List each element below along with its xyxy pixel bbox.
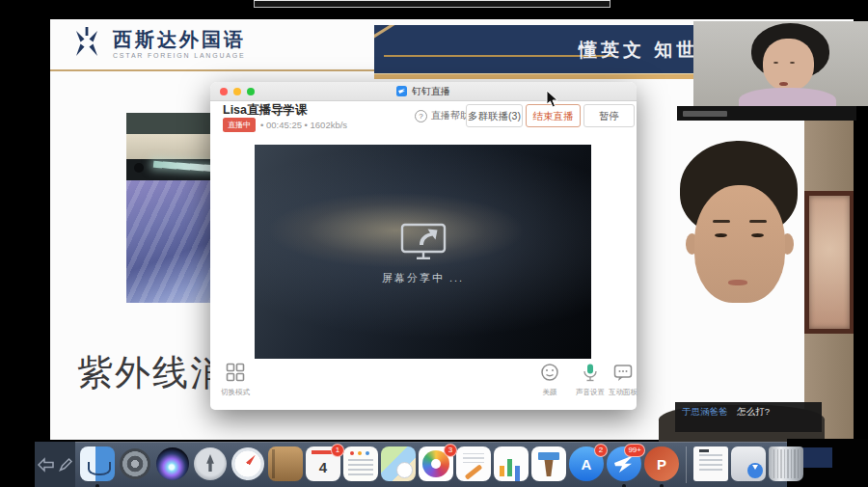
dock-icon-photos[interactable]: 3 [418,446,454,485]
live-badge: 直播中 [223,118,256,132]
chat-message: 怎么打? [737,406,770,417]
video-name-label [683,111,727,117]
notification-badge: 1 [331,444,344,457]
dock-icon-powerpoint[interactable]: P [643,446,680,485]
dock: 413A299+P [75,442,787,487]
beauty-label: 美颜 [532,388,567,397]
video-name-label-bar [677,106,856,121]
cstar-logo-icon [69,26,104,61]
dingtalk-live-window: 钉钉直播 Lisa直播导学课 直播中 • 00:45:25 • 1602kb/s… [210,82,637,410]
student-video [632,106,856,442]
teacher-sweater [739,88,836,106]
smiley-icon [540,363,559,382]
photo-ceiling [126,134,211,159]
dock-icon-dingtalk[interactable]: 99+ [606,446,642,485]
notification-badge: 99+ [624,444,645,457]
dock-icon-settings[interactable] [117,446,153,485]
dingtalk-app-icon [396,86,407,96]
dock-icon-downloads[interactable] [730,446,767,485]
picture-frame [804,191,854,334]
live-status-row: 直播中 • 00:45:25 • 1602kb/s [223,118,347,132]
dock-icon-siri[interactable] [154,446,191,485]
sound-settings-button[interactable]: 声音设置 [573,363,608,397]
switch-mode-button[interactable]: 切换模式 [218,363,253,397]
sharing-status-text: 屏幕分享中 ... [382,271,464,285]
uv-lit-blanket [126,180,211,303]
grid-icon [226,363,245,382]
dock-icon-pages[interactable] [455,446,492,485]
traffic-lights [220,88,255,95]
lamp-fixture [134,163,144,173]
back-arrow-icon[interactable] [37,457,55,473]
banner-diagonal-accent [374,25,401,39]
calendar-day: 4 [319,459,327,475]
dock-icon-contacts[interactable] [267,446,304,485]
dock-icon-calendar[interactable]: 41 [305,446,341,485]
photo-ceiling-shadow [126,113,211,134]
dock-icon-numbers[interactable] [493,446,529,485]
right-black-strip [854,106,868,487]
chat-bubble-icon [613,363,633,382]
presenter-controls [35,442,75,487]
dock-icon-launchpad[interactable] [192,446,229,485]
dock-icon-notes[interactable] [342,446,379,485]
mouse-cursor [546,90,558,112]
minimize-button[interactable] [233,88,241,95]
course-title: Lisa直播导学课 [223,102,308,119]
dock-icon-trash[interactable] [768,446,804,485]
student-eye [715,233,727,237]
student-mouth [728,280,747,285]
window-titlebar[interactable]: 钉钉直播 [210,82,637,101]
notification-badge: 3 [444,444,457,457]
hidden-window-top-edge [254,0,610,8]
dock-icon-document[interactable] [692,446,729,485]
dock-icon-keynote[interactable] [530,446,567,485]
live-help-link[interactable]: ? 直播帮助 [415,109,470,122]
notification-badge: 2 [594,444,608,457]
header-gold-rule [50,69,374,71]
help-icon: ? [415,110,427,122]
student-brow [713,220,730,223]
beauty-button[interactable]: 美颜 [532,363,567,397]
student-eye [751,233,764,237]
school-name: 西斯达外国语 [113,29,246,50]
pen-icon[interactable] [58,457,73,473]
dock-icon-safari[interactable] [230,446,266,485]
multigroup-button[interactable]: 多群联播(3) [466,104,523,127]
teacher-face [763,39,813,92]
pause-button[interactable]: 暂停 [583,104,635,127]
close-button[interactable] [220,88,228,95]
school-name-en: CSTAR FOREIGN LANGUAGE [113,52,246,59]
screen: 西斯达外国语 CSTAR FOREIGN LANGUAGE 懂英文 知世 紫外线… [0,0,868,487]
banner-slogan: 懂英文 知世 [579,38,698,63]
window-title: 钉钉直播 [412,85,450,98]
screen-share-stage: 屏幕分享中 ... [255,145,591,359]
sound-settings-label: 声音设置 [573,388,608,397]
switch-mode-label: 切换模式 [218,388,253,397]
zoom-button[interactable] [247,88,255,95]
teacher-video [693,21,868,106]
help-label: 直播帮助 [431,109,470,122]
microphone-icon [581,363,600,382]
dock-icon-finder[interactable] [79,446,116,485]
screen-share-icon [399,219,448,261]
uv-lamp-photo [126,113,211,303]
student-brow [749,220,767,223]
chat-sender: 于思涵爸爸 [682,406,728,417]
chat-message-overlay: 于思涵爸爸 怎么打? [675,402,822,432]
school-logo: 西斯达外国语 CSTAR FOREIGN LANGUAGE [69,26,246,61]
dock-icon-appstore[interactable]: A2 [568,446,605,485]
dock-icon-maps[interactable] [380,446,417,485]
live-stats: • 00:45:25 • 1602kb/s [260,120,347,130]
dock-divider [686,446,687,483]
